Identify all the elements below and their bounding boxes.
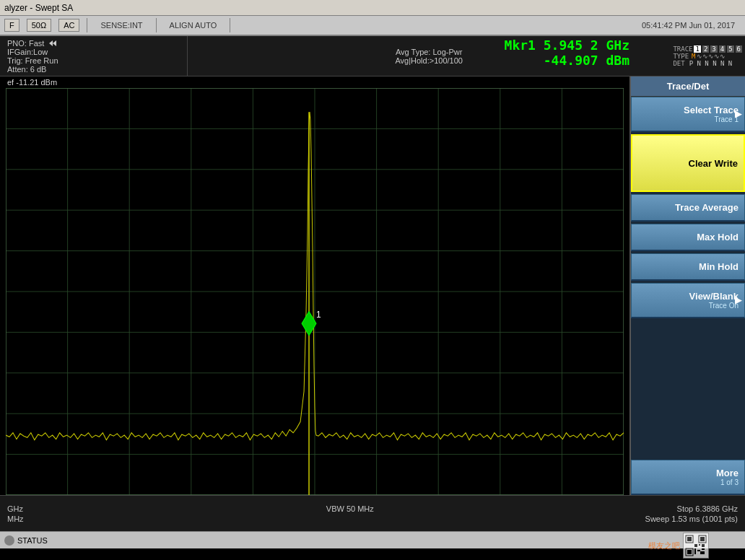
bottom-bar: GHz VBW 50 MHz Stop 6.3886 GHz MHz Sweep…	[0, 495, 745, 531]
bottom-right-2: Sweep 1.53 ms (1001 pts)	[645, 515, 738, 523]
plot-container: ef -11.21 dBm	[0, 76, 629, 495]
trace-average-label: Trace Average	[675, 202, 739, 213]
bottom-right-1: Stop 6.3886 GHz	[677, 504, 738, 513]
svg-rect-28	[699, 544, 700, 546]
info-bar: PNO: Fast IFGain:Low Trig: Free Run Atte…	[0, 36, 745, 76]
max-hold-button[interactable]: Max Hold	[631, 224, 745, 251]
trace-num-6[interactable]: 6	[736, 45, 742, 53]
ifgain-label: IFGain:Low	[7, 48, 48, 56]
main-area: ef -11.21 dBm	[0, 76, 745, 495]
watermark-text: 模友之吧	[648, 541, 680, 551]
svg-marker-0	[49, 40, 53, 46]
trace-num-1[interactable]: 1	[694, 45, 700, 53]
ref-level-label: ef -11.21 dBm	[0, 76, 629, 88]
panel-title: Trace/Det	[631, 76, 745, 97]
svg-rect-33	[700, 551, 705, 554]
title-text: alyzer - Swept SA	[4, 3, 73, 13]
select-trace-label: Select Trace	[684, 105, 739, 115]
type-wave: ∿∿∿∿∿	[697, 53, 726, 60]
toolbar-divider-3	[230, 18, 230, 32]
trace-selector: TRACE 1 2 3 4 5 6 TYPE M ∿∿∿∿∿ DET P N N…	[670, 36, 745, 76]
toolbar-divider-2	[156, 18, 157, 32]
svg-rect-26	[687, 550, 692, 554]
type-label: TYPE	[673, 53, 689, 60]
bottom-left-1: GHz	[7, 504, 23, 513]
marker-readout: Mkr1 5.945 2 GHz -44.907 dBm	[505, 38, 629, 68]
toolbar: F 50Ω AC SENSE:INT ALIGN AUTO 05:41:42 P…	[0, 16, 745, 36]
status-indicator-icon	[4, 535, 14, 546]
bottom-center-1: VBW 50 MHz	[326, 504, 374, 513]
bottom-left-2: MHz	[7, 515, 24, 523]
more-button[interactable]: More 1 of 3	[631, 460, 745, 495]
type-row: TYPE M ∿∿∿∿∿	[673, 53, 742, 60]
plot-canvas: 1	[6, 88, 624, 495]
datetime-label: 05:41:42 PM Jun 01, 2017	[636, 21, 741, 30]
clear-write-label: Clear Write	[689, 158, 738, 169]
view-blank-sub: Trace On	[709, 302, 739, 310]
toolbar-f[interactable]: F	[4, 19, 19, 32]
bottom-row2: MHz Sweep 1.53 ms (1001 pts)	[0, 514, 745, 524]
align-label: ALIGN AUTO	[164, 21, 223, 30]
marker-diamond	[302, 312, 316, 336]
det-value: P N N N N N	[689, 60, 733, 67]
bottom-row1: GHz VBW 50 MHz Stop 6.3886 GHz	[0, 504, 745, 514]
right-panel: Trace/Det Select Trace Trace 1 ▶ Clear W…	[629, 76, 745, 495]
det-row: DET P N N N N N	[673, 60, 742, 67]
more-sub: 1 of 3	[720, 478, 739, 486]
trace-label: TRACE	[673, 45, 692, 53]
view-blank-button[interactable]: View/Blank Trace On ▶	[631, 283, 745, 318]
spectrum-display: 1	[6, 88, 624, 495]
svg-rect-29	[702, 544, 705, 547]
toolbar-ac[interactable]: AC	[58, 19, 79, 32]
panel-spacer	[631, 318, 745, 458]
qr-svg	[684, 534, 707, 557]
svg-rect-27	[694, 544, 697, 547]
trig-label: Trig: Free Run	[7, 56, 58, 65]
qr-code	[683, 533, 709, 559]
title-bar: alyzer - Swept SA	[0, 0, 745, 16]
sense-label: SENSE:INT	[95, 21, 148, 30]
svg-rect-22	[687, 537, 692, 541]
svg-rect-30	[694, 548, 696, 554]
trace-num-2[interactable]: 2	[702, 45, 709, 53]
svg-rect-31	[697, 550, 700, 551]
max-hold-label: Max Hold	[697, 232, 739, 242]
det-label: DET	[673, 60, 684, 67]
trace-average-button[interactable]: Trace Average	[631, 194, 745, 222]
min-hold-button[interactable]: Min Hold	[631, 253, 745, 281]
status-label: STATUS	[17, 536, 48, 545]
select-trace-arrow: ▶	[735, 109, 741, 119]
atten-label: Atten: 6 dB	[7, 65, 46, 74]
type-value: M	[692, 53, 695, 60]
clear-write-button[interactable]: Clear Write	[631, 134, 745, 192]
info-left: PNO: Fast IFGain:Low Trig: Free Run Atte…	[0, 36, 188, 76]
marker-number-label: 1	[316, 310, 321, 320]
trace-num-5[interactable]: 5	[727, 45, 733, 53]
svg-rect-24	[700, 537, 705, 541]
avg-hold-label: Avg|Hold:>100/100	[395, 56, 462, 65]
view-blank-label: View/Blank	[689, 291, 739, 302]
watermark: 模友之吧	[648, 533, 709, 559]
pno-label: PNO: Fast	[7, 39, 44, 48]
trace-num-4[interactable]: 4	[719, 45, 726, 53]
more-label: More	[716, 468, 739, 478]
toolbar-impedance[interactable]: 50Ω	[27, 19, 51, 32]
fast-indicator-icon	[47, 40, 58, 47]
svg-marker-1	[53, 40, 56, 46]
marker-freq: Mkr1 5.945 2 GHz	[505, 38, 629, 53]
marker-amp: -44.907 dBm	[505, 53, 629, 68]
toolbar-divider-1	[87, 18, 87, 32]
min-hold-label: Min Hold	[699, 261, 739, 272]
select-trace-button[interactable]: Select Trace Trace 1 ▶	[631, 97, 745, 132]
svg-rect-32	[702, 548, 705, 550]
trace-num-row: TRACE 1 2 3 4 5 6	[673, 45, 742, 53]
status-bar: STATUS 模友之吧	[0, 531, 745, 548]
trace-num-3[interactable]: 3	[710, 45, 717, 53]
view-blank-arrow: ▶	[735, 295, 741, 305]
avg-type-label: Avg Type: Log-Pwr	[396, 48, 463, 56]
